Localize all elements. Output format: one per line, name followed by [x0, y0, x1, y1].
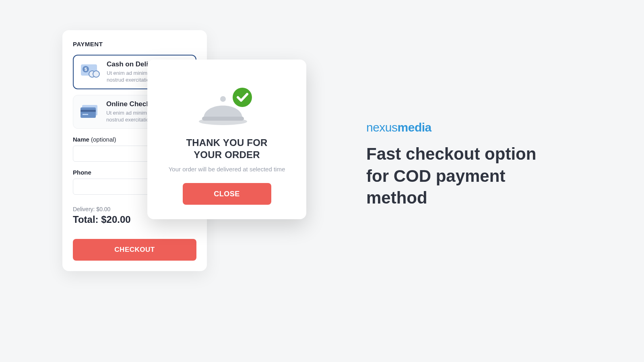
order-confirmation-modal: THANK YOU FOR YOUR ORDER Your order will… — [147, 60, 306, 219]
card-icon — [79, 100, 101, 122]
checkout-button[interactable]: CHECKOUT — [73, 239, 196, 261]
svg-text:$: $ — [85, 67, 87, 72]
close-button[interactable]: CLOSE — [183, 183, 271, 205]
svg-point-4 — [93, 71, 99, 77]
svg-rect-10 — [202, 117, 244, 121]
svg-rect-6 — [80, 107, 96, 118]
svg-rect-8 — [83, 114, 88, 115]
payment-heading: PAYMENT — [73, 41, 196, 47]
brand-logo: nexusmedia — [366, 121, 559, 134]
svg-point-12 — [233, 88, 252, 107]
marketing-headline: Fast checkout option for COD payment met… — [366, 143, 559, 209]
cloche-check-icon — [195, 81, 259, 130]
cash-icon: $ — [79, 60, 101, 82]
svg-rect-7 — [80, 110, 96, 112]
svg-point-11 — [220, 96, 226, 102]
modal-title: THANK YOU FOR YOUR ORDER — [159, 137, 294, 161]
marketing-panel: nexusmedia Fast checkout option for COD … — [366, 121, 559, 209]
modal-subtitle: Your order will be delivered at selected… — [159, 166, 294, 173]
